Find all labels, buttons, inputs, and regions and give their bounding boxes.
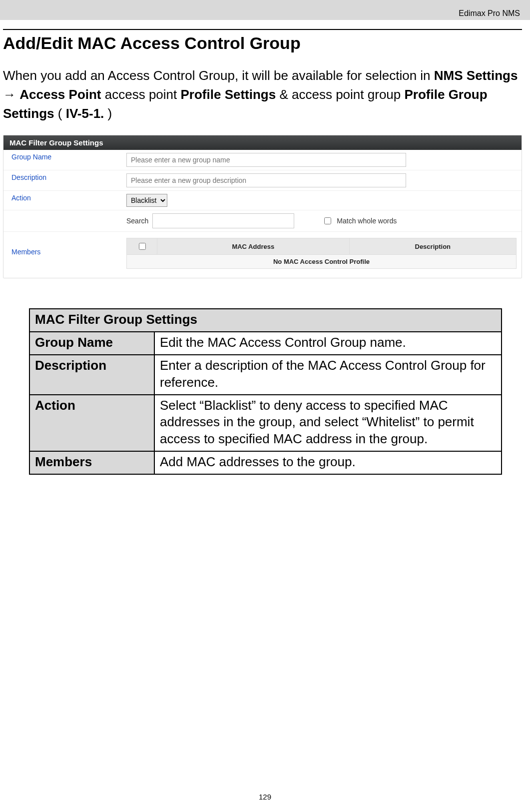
desc-table-caption: MAC Filter Group Settings — [29, 309, 502, 332]
desc-row-key-1: Description — [29, 355, 154, 395]
intro-paragraph: When you add an Access Control Group, it… — [3, 66, 522, 123]
intro-section-ref: IV-5-1. — [66, 106, 104, 121]
intro-paren-close: ) — [108, 106, 112, 121]
arrow-icon: → — [3, 87, 19, 102]
header-rule — [3, 29, 522, 30]
intro-nms-settings: NMS Settings — [434, 68, 518, 83]
search-input[interactable] — [152, 213, 294, 228]
doc-header-product: Edimax Pro NMS — [459, 9, 520, 18]
intro-text-3: & access point group — [279, 87, 404, 102]
label-match-whole-words: Match whole words — [337, 217, 397, 225]
intro-text-2: access point — [105, 87, 181, 102]
description-input[interactable] — [126, 173, 406, 187]
label-action: Action — [3, 191, 121, 210]
desc-row-val-3: Add MAC addresses to the group. — [154, 451, 502, 474]
intro-profile-settings: Profile Settings — [181, 87, 276, 102]
desc-row-val-2: Select “Blacklist” to deny access to spe… — [154, 395, 502, 451]
panel-title: MAC Filter Group Settings — [3, 135, 522, 150]
action-select[interactable]: Blacklist — [126, 194, 167, 207]
label-group-name: Group Name — [3, 150, 121, 170]
desc-row-val-1: Enter a description of the MAC Access Co… — [154, 355, 502, 395]
members-header-checkbox — [127, 238, 157, 255]
desc-row-val-0: Edit the MAC Access Control Group name. — [154, 332, 502, 355]
members-header-mac: MAC Address — [157, 238, 350, 255]
page-title: Add/Edit MAC Access Control Group — [3, 34, 522, 52]
label-description: Description — [3, 170, 121, 191]
members-table: MAC Address Description No MAC Access Co… — [126, 238, 517, 269]
members-empty-row: No MAC Access Control Profile — [127, 255, 517, 269]
desc-row-key-0: Group Name — [29, 332, 154, 355]
desc-row-key-2: Action — [29, 395, 154, 451]
intro-paren-open: ( — [58, 106, 62, 121]
desc-row-key-3: Members — [29, 451, 154, 474]
members-select-all-checkbox[interactable] — [139, 243, 146, 250]
settings-description-table: MAC Filter Group Settings Group Name Edi… — [29, 308, 502, 474]
label-search: Search — [126, 217, 148, 225]
page-number: 129 — [0, 793, 530, 801]
label-members: Members — [3, 232, 121, 272]
intro-text: When you add an Access Control Group, it… — [3, 68, 434, 83]
match-whole-words-checkbox[interactable] — [324, 217, 331, 224]
members-header-desc: Description — [349, 238, 516, 255]
group-name-input[interactable] — [126, 153, 406, 167]
mac-filter-panel: MAC Filter Group Settings Group Name Des… — [3, 135, 522, 278]
intro-access-point: Access Point — [19, 87, 101, 102]
